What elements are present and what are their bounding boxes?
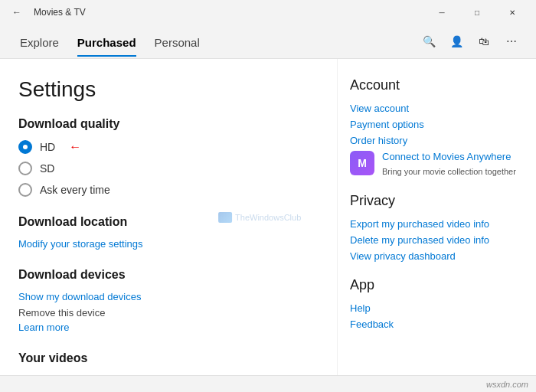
remove-device-text: Remove this device <box>18 307 319 318</box>
export-video-info-link[interactable]: Export my purchased video info <box>350 218 518 230</box>
help-link[interactable]: Help <box>350 302 518 314</box>
nav-item-personal[interactable]: Personal <box>147 31 208 57</box>
delete-video-info-link[interactable]: Delete my purchased video info <box>350 234 518 246</box>
your-videos-title: Your videos <box>18 351 319 365</box>
wsxdn-label: wsxdn.com <box>486 380 528 389</box>
radio-ask[interactable]: Ask every time <box>18 183 319 197</box>
connect-card-text: Connect to Movies Anywhere Bring your mo… <box>382 151 516 178</box>
main-content: Settings Download quality HD ← SD <box>0 59 536 375</box>
search-icon[interactable]: 🔍 <box>417 29 441 54</box>
app-title: App <box>350 277 518 293</box>
account-title: Account <box>350 77 518 93</box>
download-quality-title: Download quality <box>18 117 319 131</box>
minimize-button[interactable]: ─ <box>424 0 459 24</box>
more-icon[interactable]: ⋯ <box>499 29 524 54</box>
right-panel: Account View account Payment options Ord… <box>337 59 536 375</box>
radio-sd-circle <box>18 162 32 175</box>
feedback-link[interactable]: Feedback <box>350 318 518 330</box>
nav-item-explore[interactable]: Explore <box>12 31 67 57</box>
download-quality-section: Download quality HD ← SD Ask every time <box>18 117 319 197</box>
maximize-button[interactable]: □ <box>459 0 495 24</box>
nav-item-purchased[interactable]: Purchased <box>70 31 144 57</box>
modify-storage-link[interactable]: Modify your storage settings <box>18 238 319 250</box>
radio-hd[interactable]: HD ← <box>18 140 319 154</box>
left-panel: Settings Download quality HD ← SD <box>0 59 337 375</box>
learn-more-link[interactable]: Learn more <box>18 322 319 333</box>
your-videos-section: Your videos Restore my available video p… <box>18 351 319 375</box>
nav-bar: Explore Purchased Personal 🔍 👤 🛍 ⋯ <box>0 24 536 59</box>
nav-icons: 🔍 👤 🛍 ⋯ <box>417 29 524 58</box>
back-button[interactable]: ← <box>6 2 28 23</box>
connect-card-desc: Bring your movie collection together <box>382 167 516 176</box>
download-location-section: Download location Modify your storage se… <box>18 215 319 250</box>
store-icon[interactable]: 🛍 <box>472 29 496 54</box>
radio-hd-label: HD <box>40 141 55 153</box>
window-controls: ─ □ ✕ <box>424 0 530 24</box>
connect-card: M Connect to Movies Anywhere Bring your … <box>350 151 518 178</box>
restore-purchases-link[interactable]: Restore my available video purchases <box>18 374 319 375</box>
download-devices-title: Download devices <box>18 268 319 282</box>
view-account-link[interactable]: View account <box>350 103 518 114</box>
red-arrow-indicator: ← <box>69 140 81 154</box>
account-icon[interactable]: 👤 <box>444 29 469 54</box>
radio-ask-circle <box>18 183 32 197</box>
connect-movies-anywhere-link[interactable]: Connect to Movies Anywhere <box>382 151 516 162</box>
app-section: App Help Feedback <box>350 277 518 330</box>
radio-ask-label: Ask every time <box>40 184 110 196</box>
privacy-title: Privacy <box>350 193 518 209</box>
main-wrapper: Settings Download quality HD ← SD <box>0 59 536 375</box>
download-location-title: Download location <box>18 215 319 229</box>
status-bar: wsxdn.com <box>0 375 536 392</box>
privacy-section: Privacy Export my purchased video info D… <box>350 193 518 262</box>
download-devices-section: Download devices Show my download device… <box>18 268 319 333</box>
app-name: Movies & TV <box>34 7 86 18</box>
page-title: Settings <box>18 77 319 102</box>
title-bar-left: ← Movies & TV <box>6 2 424 23</box>
show-devices-link[interactable]: Show my download devices <box>18 291 319 302</box>
privacy-dashboard-link[interactable]: View privacy dashboard <box>350 250 518 262</box>
movies-anywhere-icon: M <box>350 151 374 175</box>
radio-hd-circle <box>18 140 32 154</box>
payment-options-link[interactable]: Payment options <box>350 119 518 130</box>
account-section: Account View account Payment options Ord… <box>350 77 518 178</box>
radio-sd[interactable]: SD <box>18 162 319 175</box>
title-bar: ← Movies & TV ─ □ ✕ <box>0 0 536 24</box>
order-history-link[interactable]: Order history <box>350 135 518 146</box>
radio-sd-label: SD <box>40 162 54 175</box>
download-quality-options: HD ← SD Ask every time <box>18 140 319 197</box>
close-button[interactable]: ✕ <box>495 0 530 24</box>
